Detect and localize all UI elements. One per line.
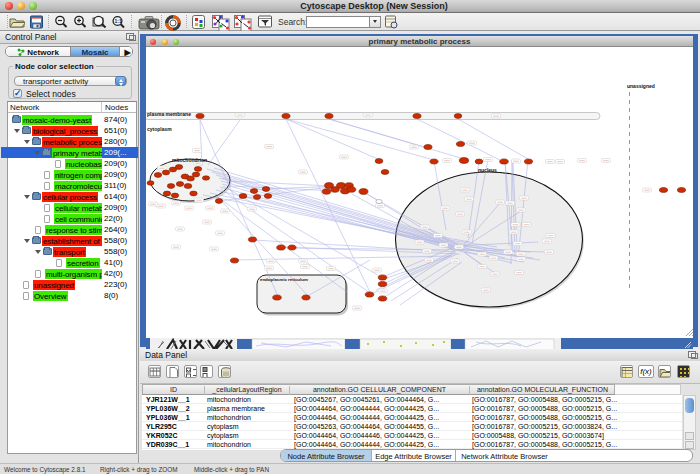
svg-text:cytoplasm: cytoplasm bbox=[147, 126, 172, 132]
svg-text:plasma membrane: plasma membrane bbox=[147, 111, 191, 117]
svg-text:endoplasmic reticulum: endoplasmic reticulum bbox=[260, 277, 308, 282]
svg-text:1:1: 1:1 bbox=[115, 18, 122, 24]
svg-text:mitochondrion: mitochondrion bbox=[172, 157, 207, 163]
svg-text:unassigned: unassigned bbox=[627, 83, 655, 89]
svg-text:nucleus: nucleus bbox=[478, 167, 497, 173]
